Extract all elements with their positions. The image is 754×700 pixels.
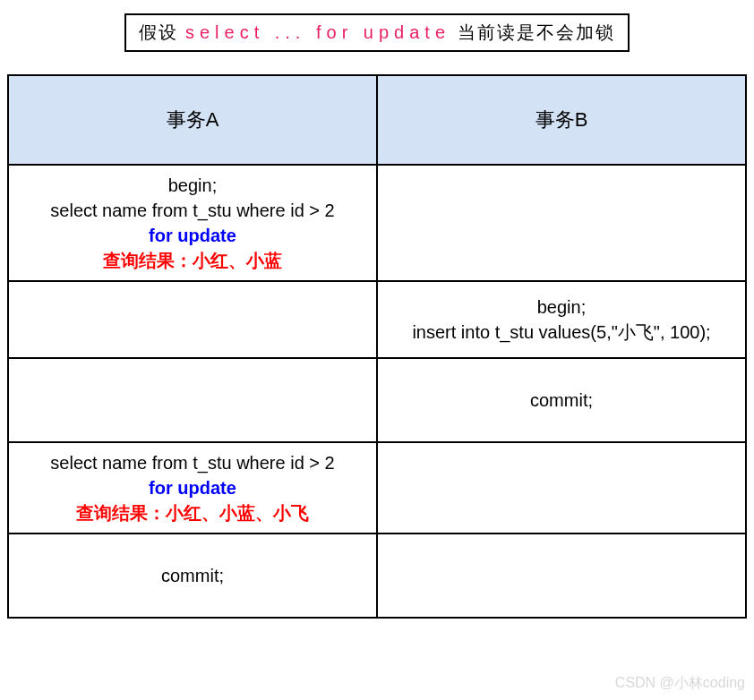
cell-2a [8, 281, 377, 358]
table-row: commit; [8, 534, 746, 618]
cell-1a: begin; select name from t_stu where id >… [8, 165, 377, 281]
cell-3b: commit; [377, 358, 746, 442]
sql-line: select name from t_stu where id > 2 [13, 198, 373, 223]
cell-2b: begin; insert into t_stu values(5,"小飞", … [377, 281, 746, 358]
cell-3a [8, 358, 377, 442]
table-row: begin; insert into t_stu values(5,"小飞", … [8, 281, 746, 358]
sql-for-update: for update [13, 475, 373, 500]
sql-for-update: for update [13, 223, 373, 248]
table-row: select name from t_stu where id > 2 for … [8, 442, 746, 534]
sql-line: select name from t_stu where id > 2 [13, 450, 373, 475]
table-row: commit; [8, 358, 746, 442]
assumption-code: select ... for update [185, 22, 450, 42]
assumption-prefix: 假设 [139, 22, 185, 42]
cell-5a: commit; [8, 534, 377, 618]
cell-4b [377, 442, 746, 534]
assumption-suffix: 当前读是不会加锁 [450, 22, 615, 42]
query-result: 查询结果：小红、小蓝 [13, 248, 373, 273]
cell-4a: select name from t_stu where id > 2 for … [8, 442, 377, 534]
table-row: begin; select name from t_stu where id >… [8, 165, 746, 281]
watermark: CSDN @小林coding [615, 674, 745, 693]
header-col-b: 事务B [377, 75, 746, 165]
sql-line: begin; [381, 295, 741, 320]
header-col-a: 事务A [8, 75, 377, 165]
sql-line: insert into t_stu values(5,"小飞", 100); [381, 320, 741, 345]
query-result: 查询结果：小红、小蓝、小飞 [13, 500, 373, 525]
sql-line: begin; [13, 173, 373, 198]
cell-1b [377, 165, 746, 281]
cell-5b [377, 534, 746, 618]
assumption-box: 假设 select ... for update 当前读是不会加锁 [124, 13, 629, 52]
transaction-table: 事务A 事务B begin; select name from t_stu wh… [7, 74, 747, 619]
